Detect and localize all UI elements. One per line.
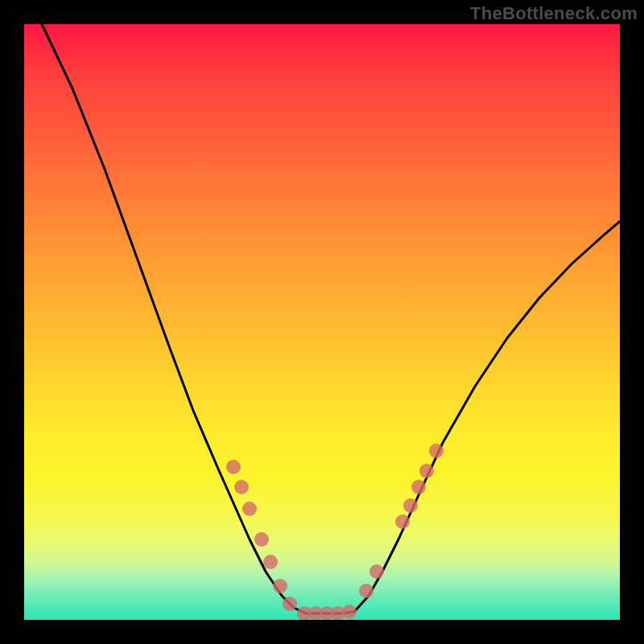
data-marker (254, 532, 269, 547)
data-marker (369, 564, 384, 579)
data-marker (419, 464, 434, 478)
data-markers (226, 444, 444, 620)
watermark-text: TheBottleneck.com (470, 3, 638, 24)
plot-area (24, 24, 620, 620)
chart-container: TheBottleneck.com (0, 0, 644, 644)
data-marker (342, 605, 357, 619)
bottleneck-curve (42, 24, 620, 613)
data-marker (273, 579, 287, 593)
data-marker (234, 480, 249, 494)
chart-svg (24, 24, 620, 620)
data-marker (359, 584, 374, 598)
data-marker (403, 498, 418, 513)
data-marker (395, 514, 410, 529)
data-marker (242, 502, 257, 516)
data-marker (429, 444, 444, 458)
data-marker (263, 555, 278, 569)
data-marker (283, 597, 297, 611)
data-marker (411, 480, 426, 494)
data-marker (226, 460, 241, 474)
